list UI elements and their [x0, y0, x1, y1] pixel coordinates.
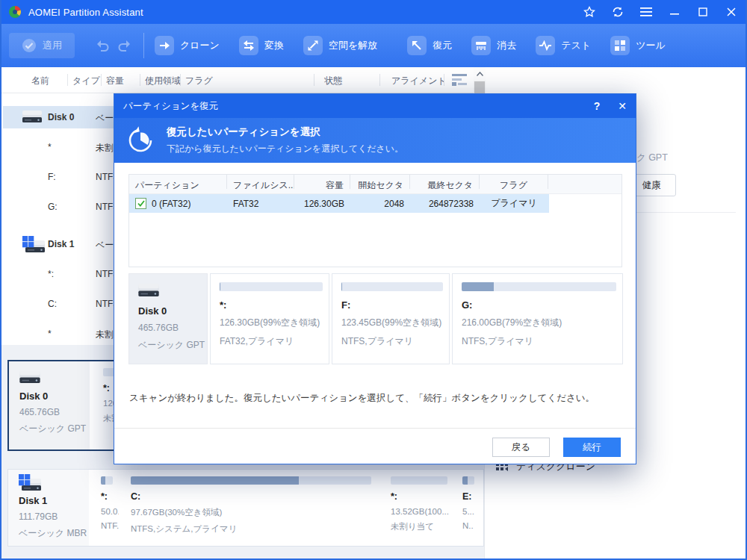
disk1-partition-c[interactable]: C: 97.67GB(30%空き領域) NTFS,システム,プライマリ: [123, 470, 377, 546]
column-name[interactable]: 名前: [31, 75, 49, 87]
redo-icon[interactable]: [114, 34, 136, 57]
col-partition[interactable]: パーティション: [129, 175, 227, 189]
disk0-info-card[interactable]: Disk 0 465.76GB ベーシック GPT: [9, 361, 90, 449]
test-icon: [536, 36, 555, 55]
dialog-close-icon[interactable]: ✕: [618, 100, 627, 112]
main-content: 名前 タイプ 容量 使用領域 フラグ 状態 アライメント Disk 0 ベーシッ…: [1, 67, 746, 559]
convert-icon: [239, 36, 258, 55]
app-window: AOMEI Partition Assistant: [0, 0, 747, 560]
view-options-icon[interactable]: [452, 73, 468, 87]
disk1-partition-reserved[interactable]: *: 50.0... NTF...: [93, 470, 119, 546]
col-flag[interactable]: フラグ: [480, 175, 548, 189]
disk-windows-icon: [19, 474, 89, 492]
toolbar-button-test[interactable]: テスト: [536, 36, 591, 55]
disk-windows-icon: [22, 236, 45, 254]
preview-partition-g[interactable]: G: 216.00GB(79%空き領域) NTFS,プライマリ: [452, 273, 623, 364]
app-logo-icon: [7, 4, 22, 19]
preview-disk-cards: Disk 0 465.76GB ベーシック GPT *: 126.30GB(99…: [128, 273, 623, 364]
restore-partition-dialog: パーティションを復元 ? ✕ 復元したいパーティションを選択 下記から復元したい: [114, 93, 636, 464]
checkbox-checked[interactable]: [135, 198, 146, 209]
col-capacity[interactable]: 容量: [294, 175, 350, 189]
titlebar: AOMEI Partition Assistant: [1, 0, 746, 24]
scan-status-text: スキャンが終わりました。復元したいパーティションを選択して、「続行」ボタンをクリ…: [129, 392, 595, 405]
check-circle-icon: [22, 38, 37, 53]
refresh-icon[interactable]: [604, 0, 632, 24]
dialog-banner: 復元したいパーティションを選択 下記から復元したいパーティションを選択してくださ…: [114, 118, 636, 163]
tools-icon: [610, 36, 630, 55]
toolbar-button-restore[interactable]: 復元: [407, 36, 452, 55]
disk-icon: [22, 109, 42, 124]
toolbar-button-tools[interactable]: ツール: [610, 36, 666, 55]
preview-partition-star[interactable]: *: 126.30GB(99%空き領域) FAT32,プライマリ: [210, 273, 329, 364]
scroll-up-icon[interactable]: [474, 67, 486, 81]
column-type[interactable]: タイプ: [72, 75, 100, 87]
back-button[interactable]: 戻る: [492, 438, 550, 457]
column-status[interactable]: 状態: [324, 75, 342, 87]
undo-icon[interactable]: [91, 34, 114, 57]
preview-partition-f[interactable]: F: 123.45GB(99%空き領域) NTFS,プライマリ: [332, 273, 450, 364]
dialog-footer: 戻る 続行: [114, 428, 636, 464]
continue-button[interactable]: 続行: [563, 438, 621, 457]
erase-icon: [471, 36, 491, 55]
clone-icon: [155, 36, 174, 55]
toolbar-button-free-space[interactable]: 空間を解放: [303, 36, 377, 55]
table-header-row: パーティション ファイルシス... 容量 開始セクタ 最終セクタ フラグ: [129, 175, 622, 194]
col-end-sector[interactable]: 最終セクタ: [410, 175, 480, 189]
col-start-sector[interactable]: 開始セクタ: [350, 175, 410, 189]
dialog-titlebar: パーティションを復元 ? ✕: [114, 94, 636, 118]
dialog-title: パーティションを復元: [123, 100, 218, 113]
favorite-star-icon[interactable]: [575, 0, 604, 24]
minimize-button[interactable]: [660, 0, 689, 24]
banner-subheading: 下記から復元したいパーティションを選択してください。: [167, 143, 403, 155]
apply-button[interactable]: 適用: [9, 33, 75, 58]
column-alignment[interactable]: アライメント: [391, 75, 447, 87]
disk1-info-card[interactable]: Disk 1 111.79GB ベーシック MBR: [8, 470, 89, 546]
disk1-partition-unallocated[interactable]: *: 13.52GB(100... 未割り当て: [383, 470, 453, 546]
found-partitions-table: パーティション ファイルシス... 容量 開始セクタ 最終セクタ フラグ 0 (…: [128, 174, 622, 267]
column-flag[interactable]: フラグ: [185, 75, 213, 87]
maximize-button[interactable]: [689, 0, 717, 24]
restore-icon: [407, 36, 427, 55]
close-button[interactable]: [717, 0, 746, 24]
disk1-panel[interactable]: Disk 1 111.79GB ベーシック MBR *: 50.0... NTF…: [7, 469, 484, 547]
toolbar-button-convert[interactable]: 変換: [239, 36, 284, 55]
free-space-icon: [303, 36, 323, 55]
column-used[interactable]: 使用領域: [145, 75, 181, 87]
apply-label: 適用: [43, 39, 62, 52]
app-title: AOMEI Partition Assistant: [28, 7, 143, 18]
col-filesystem[interactable]: ファイルシス...: [227, 175, 294, 189]
toolbar-separator: [143, 33, 144, 58]
restore-clock-icon: [125, 125, 156, 156]
column-capacity[interactable]: 容量: [106, 75, 124, 87]
disk-icon: [138, 282, 201, 298]
toolbar-button-clone[interactable]: クローン: [155, 36, 220, 55]
preview-disk0-card: Disk 0 465.76GB ベーシック GPT: [128, 273, 208, 364]
help-icon[interactable]: ?: [594, 100, 601, 112]
banner-heading: 復元したいパーティションを選択: [167, 125, 403, 139]
toolbar: 適用 クローン 変換 空間を解放: [1, 24, 746, 67]
disk-icon: [19, 369, 90, 385]
list-column-header: 名前 タイプ 容量 使用領域 フラグ 状態 アライメント: [1, 67, 474, 93]
menu-icon[interactable]: [632, 0, 660, 24]
found-partition-row[interactable]: 0 (FAT32) FAT32 126.30GB 2048 264872338 …: [129, 194, 549, 213]
disk1-partition-e[interactable]: E: 5... N..: [458, 470, 477, 546]
toolbar-button-erase[interactable]: 消去: [471, 36, 516, 55]
